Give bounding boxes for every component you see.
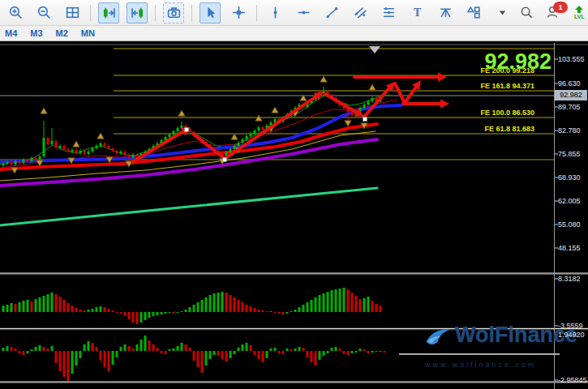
drawing-tools-group: T [5,2,513,24]
account-icon[interactable]: 1 [546,5,562,21]
level-label: LVL [574,14,585,19]
current-price-tag: 92.982 [555,90,587,100]
watermark-divider [399,353,560,355]
toolbar-right-group: 1 LVL [520,5,588,21]
separator [256,5,257,21]
horizontal-line-icon[interactable] [293,2,314,24]
toolbar: T 1 LVL [0,0,588,26]
text-icon[interactable]: T [406,2,427,24]
shapes-icon[interactable] [463,2,484,24]
camera-icon[interactable] [163,2,184,24]
vertical-line-icon[interactable] [264,2,285,24]
arrow-up-icon [574,6,584,13]
shift-right-icon[interactable] [98,2,119,24]
shift-left-icon[interactable] [127,2,148,24]
pitchfork-icon[interactable] [435,2,456,24]
fibonacci-icon[interactable] [378,2,399,24]
tab-m3[interactable]: M3 [30,28,42,38]
level-icon[interactable]: LVL [574,6,585,19]
tab-m4[interactable]: M4 [5,28,17,38]
separator [155,5,156,21]
crosshair-icon[interactable] [228,2,249,24]
tab-mn[interactable]: MN [81,28,95,38]
watermark: WolFinance [423,323,577,352]
zoom-out-icon[interactable] [33,2,54,24]
big-price: 92.982 [484,49,552,75]
search-icon[interactable] [520,6,534,19]
notification-badge: 1 [553,2,568,13]
dropdown-arrow-icon[interactable] [491,2,513,24]
watermark-text: WolFinance [455,323,577,348]
tab-m2[interactable]: M2 [56,28,68,38]
timeframe-bar: M4M3M2MN [0,26,588,41]
trendline-icon[interactable] [321,2,342,24]
svg-text:T: T [413,6,420,19]
separator [191,5,192,21]
separator [90,5,91,21]
channel-icon[interactable] [350,2,371,24]
zoom-in-icon[interactable] [5,2,26,24]
grid-icon[interactable] [62,2,83,24]
wolfinance-logo-icon [423,323,453,352]
watermark-url: www.wolfinance.com [425,361,537,369]
cursor-icon[interactable] [200,2,221,24]
